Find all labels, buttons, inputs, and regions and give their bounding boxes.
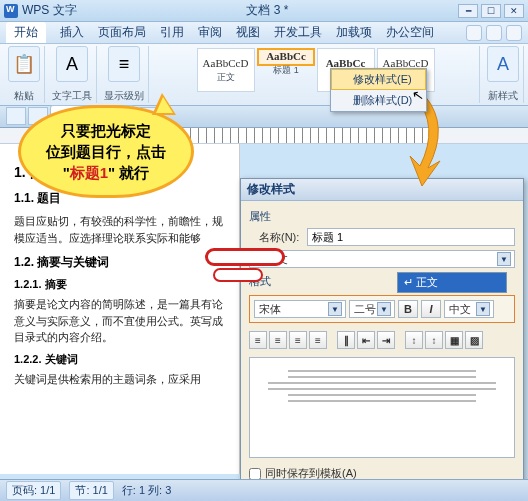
menu-pagelayout[interactable]: 页面布局 <box>98 24 146 41</box>
doc-h5: 1.2.2. 关键词 <box>14 352 225 367</box>
spacing-after-button[interactable]: ↕ <box>425 331 443 349</box>
toolbar-row: ≡ ≡ ≡ ≡ ‖ ⇤ ⇥ ↕ ↕ ▦ ▨ <box>249 331 515 349</box>
doc-p3: 关键词是供检索用的主题词条，应采用 <box>14 371 225 388</box>
label-name: 名称(N): <box>249 230 301 245</box>
doc-p1: 题目应贴切，有较强的科学性，前瞻性，规模应适当。应选择理论联系实际和能够 <box>14 213 225 246</box>
spacing-before-button[interactable]: ↕ <box>405 331 423 349</box>
align-justify-button[interactable]: ≡ <box>309 331 327 349</box>
help-icon[interactable] <box>466 25 482 41</box>
menu-devtools[interactable]: 开发工具 <box>274 24 322 41</box>
red-ellipse-annotation-2 <box>213 268 263 282</box>
align-left-button[interactable]: ≡ <box>249 331 267 349</box>
ribbon-wordtool-group: A 文字工具 <box>48 46 97 103</box>
chevron-down-icon: ▼ <box>476 302 490 316</box>
style-heading1[interactable]: AaBbCc标题 1 <box>257 48 315 66</box>
name-input[interactable] <box>307 228 515 246</box>
menu-insert[interactable]: 插入 <box>60 24 84 41</box>
doc-title: 文档 3 * <box>77 2 458 19</box>
menu-start[interactable]: 开始 <box>6 22 46 43</box>
bold-button[interactable]: B <box>398 300 418 318</box>
doc-h4: 1.2.1. 摘要 <box>14 277 225 292</box>
status-bar: 页码: 1/1 节: 1/1 行: 1 列: 3 <box>0 479 528 501</box>
window-buttons: ━ ☐ ✕ <box>458 4 524 18</box>
app-name: WPS 文字 <box>22 2 77 19</box>
settings-icon[interactable] <box>506 25 522 41</box>
save-to-template-checkbox[interactable] <box>249 468 261 480</box>
wordtool-button[interactable]: A <box>56 46 88 82</box>
menu-addins[interactable]: 加载项 <box>336 24 372 41</box>
doc-p2: 摘要是论文内容的简明陈述，是一篇具有论意义与实际意义，而不宜使用公式。英写成目录… <box>14 296 225 346</box>
newstyle-button[interactable]: A <box>487 46 519 82</box>
preview-box <box>249 357 515 458</box>
chevron-down-icon: ▼ <box>328 302 342 316</box>
chevron-down-icon: ▼ <box>497 252 511 266</box>
minimize-button[interactable]: ━ <box>458 4 478 18</box>
menu-review[interactable]: 审阅 <box>198 24 222 41</box>
indent-inc-button[interactable]: ⇥ <box>377 331 395 349</box>
menu-reference[interactable]: 引用 <box>160 24 184 41</box>
ribbon-showlevel-group: ≡ 显示级别 <box>100 46 149 103</box>
status-section[interactable]: 节: 1/1 <box>69 481 113 500</box>
format-box: 宋体▼ 二号▼ B I 中文▼ <box>249 295 515 323</box>
ribbon-newstyle-group: A 新样式 <box>483 46 524 103</box>
doc-h3: 1.2. 摘要与关键词 <box>14 254 225 271</box>
dialog-title: 修改样式 <box>241 179 523 201</box>
cursor-icon: ↖ <box>411 86 426 104</box>
callout-annotation: 只要把光标定 位到题目行，点击 "标题1" 就行 <box>18 105 194 198</box>
menu-bar: 开始 插入 页面布局 引用 审阅 视图 开发工具 加载项 办公空间 <box>0 22 528 44</box>
font-select[interactable]: 宋体▼ <box>254 300 346 318</box>
linespacing-button[interactable]: ‖ <box>337 331 355 349</box>
italic-button[interactable]: I <box>421 300 441 318</box>
modify-style-dialog: 修改样式 属性 名称(N): ↵ 正文▼ 格式 宋体▼ 二号▼ B I 中文▼ … <box>240 178 524 488</box>
app-icon <box>4 4 18 18</box>
close-button[interactable]: ✕ <box>504 4 524 18</box>
border-button[interactable]: ▦ <box>445 331 463 349</box>
red-ellipse-annotation <box>205 248 285 266</box>
style-normal[interactable]: AaBbCcD正文 <box>197 48 255 92</box>
align-right-button[interactable]: ≡ <box>289 331 307 349</box>
follow-select[interactable]: ↵ 正文▼ <box>249 250 515 268</box>
newstyle-label: 新样式 <box>488 89 518 103</box>
wordtool-label: 文字工具 <box>52 89 92 103</box>
status-position: 行: 1 列: 3 <box>122 483 172 498</box>
size-select[interactable]: 二号▼ <box>349 300 395 318</box>
indent-dec-button[interactable]: ⇤ <box>357 331 375 349</box>
menu-view[interactable]: 视图 <box>236 24 260 41</box>
status-page[interactable]: 页码: 1/1 <box>6 481 61 500</box>
ribbon-paste-group: 📋 粘贴 <box>4 46 45 103</box>
ribbon-styles-group: AaBbCcD正文 AaBbCc标题 1 AaBbCc标题 2 AaBbCcD标… <box>152 46 480 103</box>
align-center-button[interactable]: ≡ <box>269 331 287 349</box>
lang-select[interactable]: 中文▼ <box>444 300 494 318</box>
home-icon[interactable] <box>486 25 502 41</box>
paste-button[interactable]: 📋 <box>8 46 40 82</box>
dialog-section-properties: 属性 <box>249 209 515 224</box>
follow-dropdown: ↵ 正文 <box>397 272 507 293</box>
maximize-button[interactable]: ☐ <box>481 4 501 18</box>
title-bar: WPS 文字 文档 3 * ━ ☐ ✕ <box>0 0 528 22</box>
paste-label: 粘贴 <box>14 89 34 103</box>
chevron-down-icon: ▼ <box>377 302 391 316</box>
shading-button[interactable]: ▨ <box>465 331 483 349</box>
menu-office[interactable]: 办公空间 <box>386 24 434 41</box>
dropdown-item[interactable]: ↵ 正文 <box>398 273 506 292</box>
showlevel-button[interactable]: ≡ <box>108 46 140 82</box>
showlevel-label: 显示级别 <box>104 89 144 103</box>
